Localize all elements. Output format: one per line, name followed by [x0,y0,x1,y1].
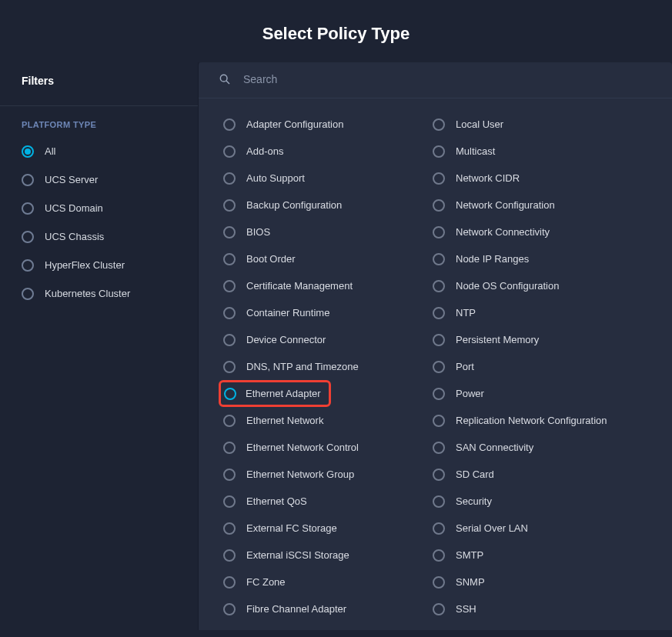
policy-backup-configuration[interactable]: Backup Configuration [223,192,433,218]
policy-power[interactable]: Power [433,380,657,407]
policy-container-runtime[interactable]: Container Runtime [223,299,433,326]
radio-icon [433,415,445,427]
policies-grid: Adapter ConfigurationLocal UserAdd-onsMu… [223,111,657,622]
policy-label: Network Configuration [456,199,555,211]
policy-label: Replication Network Configuration [456,415,607,426]
platform-type-radio-group: AllUCS ServerUCS DomainUCS ChassisHyperF… [0,137,198,308]
policy-device-connector[interactable]: Device Connector [223,326,433,353]
policy-label: SNMP [456,576,485,588]
platform-filter-hyperflex-cluster[interactable]: HyperFlex Cluster [22,251,198,279]
radio-icon [433,442,445,454]
radio-icon [22,174,34,186]
main-panel: Adapter ConfigurationLocal UserAdd-onsMu… [199,62,672,630]
policy-label: Ethernet QoS [246,495,307,507]
radio-icon [223,280,236,292]
platform-filter-kubernetes-cluster[interactable]: Kubernetes Cluster [22,279,198,308]
filters-heading: Filters [0,62,198,106]
radio-icon [433,307,445,319]
search-input[interactable] [243,73,652,85]
policy-ethernet-network-control[interactable]: Ethernet Network Control [223,434,433,461]
platform-filter-label: All [45,145,55,157]
page-title: Select Policy Type [0,24,672,44]
policy-boot-order[interactable]: Boot Order [223,245,433,272]
policy-label: Ethernet Network Control [246,442,359,453]
policy-label: Ethernet Network [246,415,323,426]
policy-label: SSH [456,603,476,615]
policy-dns-ntp-and-timezone[interactable]: DNS, NTP and Timezone [223,353,433,380]
policy-san-connectivity[interactable]: SAN Connectivity [433,434,657,461]
policy-network-cidr[interactable]: Network CIDR [433,165,657,192]
search-bar [199,62,672,98]
radio-icon [223,226,236,238]
radio-icon [433,172,445,185]
radio-icon [223,415,236,427]
radio-icon [224,388,236,400]
filters-sidebar: Filters PLATFORM TYPE AllUCS ServerUCS D… [0,62,199,630]
radio-icon [223,118,236,131]
policy-ethernet-adapter[interactable]: Ethernet Adapter [219,380,331,407]
policy-smtp[interactable]: SMTP [433,542,657,569]
policy-certificate-management[interactable]: Certificate Management [223,272,433,299]
policy-fc-zone[interactable]: FC Zone [223,569,433,595]
policy-auto-support[interactable]: Auto Support [223,165,433,192]
policy-node-os-configuration[interactable]: Node OS Configuration [433,272,657,299]
policy-label: Certificate Management [246,280,353,292]
policy-persistent-memory[interactable]: Persistent Memory [433,326,657,353]
policy-label: Multicast [456,145,495,157]
platform-filter-ucs-server[interactable]: UCS Server [22,165,198,194]
radio-icon [433,361,445,373]
platform-filter-ucs-chassis[interactable]: UCS Chassis [22,222,198,251]
radio-icon [223,253,236,265]
policy-ntp[interactable]: NTP [433,299,657,326]
policies-scroll[interactable]: Adapter ConfigurationLocal UserAdd-onsMu… [199,98,672,630]
radio-icon [223,172,236,185]
radio-icon [223,549,236,562]
platform-filter-label: HyperFlex Cluster [45,259,125,271]
policy-sd-card[interactable]: SD Card [433,461,657,488]
policy-label: Backup Configuration [246,199,342,211]
policy-local-user[interactable]: Local User [433,111,657,138]
policy-network-configuration[interactable]: Network Configuration [433,192,657,218]
policy-external-iscsi-storage[interactable]: External iSCSI Storage [223,542,433,569]
policy-label: External FC Storage [246,522,337,534]
policy-serial-over-lan[interactable]: Serial Over LAN [433,515,657,542]
policy-multicast[interactable]: Multicast [433,138,657,165]
radio-icon [433,145,445,158]
platform-filter-label: UCS Server [45,174,98,185]
policy-ethernet-network[interactable]: Ethernet Network [223,407,433,434]
platform-filter-ucs-domain[interactable]: UCS Domain [22,194,198,222]
policy-label: Security [456,495,492,507]
policy-label: Device Connector [246,334,326,345]
policy-security[interactable]: Security [433,488,657,515]
policy-label: DNS, NTP and Timezone [246,361,359,372]
policy-label: NTP [456,307,476,318]
radio-icon [433,226,445,238]
svg-point-0 [220,75,227,82]
policy-add-ons[interactable]: Add-ons [223,138,433,165]
policy-node-ip-ranges[interactable]: Node IP Ranges [433,245,657,272]
policy-label: External iSCSI Storage [246,549,349,561]
policy-adapter-configuration[interactable]: Adapter Configuration [223,111,433,138]
policy-port[interactable]: Port [433,353,657,380]
radio-icon [223,576,236,589]
policy-label: Fibre Channel Adapter [246,603,346,615]
page-header: Select Policy Type [0,0,672,62]
policy-label: Node OS Configuration [456,280,559,292]
radio-icon [223,442,236,454]
policy-snmp[interactable]: SNMP [433,569,657,595]
radio-icon [223,361,236,373]
policy-ethernet-qos[interactable]: Ethernet QoS [223,488,433,515]
policy-label: SD Card [456,469,494,480]
policy-label: Power [456,388,484,399]
platform-filter-all[interactable]: All [22,137,198,165]
policy-ssh[interactable]: SSH [433,595,657,622]
policy-label: Port [456,361,474,372]
policy-fibre-channel-adapter[interactable]: Fibre Channel Adapter [223,595,433,622]
policy-external-fc-storage[interactable]: External FC Storage [223,515,433,542]
policy-network-connectivity[interactable]: Network Connectivity [433,218,657,245]
policy-replication-network-configuration[interactable]: Replication Network Configuration [433,407,657,434]
platform-filter-label: UCS Domain [45,202,103,214]
policy-label: Node IP Ranges [456,253,529,265]
policy-ethernet-network-group[interactable]: Ethernet Network Group [223,461,433,488]
policy-bios[interactable]: BIOS [223,218,433,245]
